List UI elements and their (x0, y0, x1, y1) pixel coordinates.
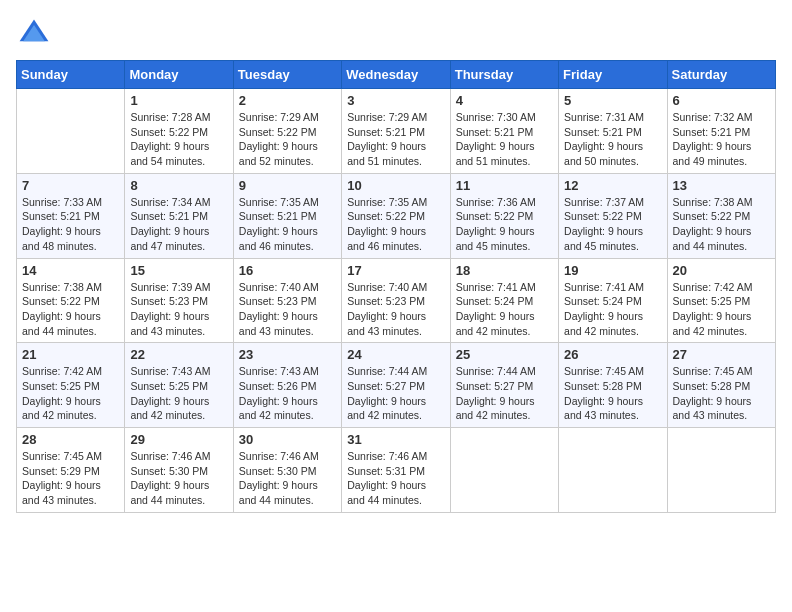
calendar-cell: 23Sunrise: 7:43 AMSunset: 5:26 PMDayligh… (233, 343, 341, 428)
day-info: Sunrise: 7:42 AMSunset: 5:25 PMDaylight:… (22, 364, 119, 423)
day-number: 6 (673, 93, 770, 108)
calendar-cell: 26Sunrise: 7:45 AMSunset: 5:28 PMDayligh… (559, 343, 667, 428)
day-info: Sunrise: 7:41 AMSunset: 5:24 PMDaylight:… (564, 280, 661, 339)
day-number: 14 (22, 263, 119, 278)
day-number: 18 (456, 263, 553, 278)
day-number: 21 (22, 347, 119, 362)
calendar-cell: 17Sunrise: 7:40 AMSunset: 5:23 PMDayligh… (342, 258, 450, 343)
calendar-cell: 5Sunrise: 7:31 AMSunset: 5:21 PMDaylight… (559, 89, 667, 174)
day-info: Sunrise: 7:40 AMSunset: 5:23 PMDaylight:… (347, 280, 444, 339)
day-header: Monday (125, 61, 233, 89)
day-info: Sunrise: 7:41 AMSunset: 5:24 PMDaylight:… (456, 280, 553, 339)
day-number: 1 (130, 93, 227, 108)
calendar-cell (17, 89, 125, 174)
calendar-cell: 3Sunrise: 7:29 AMSunset: 5:21 PMDaylight… (342, 89, 450, 174)
calendar-cell: 4Sunrise: 7:30 AMSunset: 5:21 PMDaylight… (450, 89, 558, 174)
day-info: Sunrise: 7:45 AMSunset: 5:28 PMDaylight:… (673, 364, 770, 423)
day-number: 24 (347, 347, 444, 362)
day-info: Sunrise: 7:46 AMSunset: 5:30 PMDaylight:… (239, 449, 336, 508)
day-number: 19 (564, 263, 661, 278)
calendar: SundayMondayTuesdayWednesdayThursdayFrid… (16, 60, 776, 513)
day-number: 13 (673, 178, 770, 193)
calendar-cell: 21Sunrise: 7:42 AMSunset: 5:25 PMDayligh… (17, 343, 125, 428)
day-info: Sunrise: 7:45 AMSunset: 5:29 PMDaylight:… (22, 449, 119, 508)
day-info: Sunrise: 7:36 AMSunset: 5:22 PMDaylight:… (456, 195, 553, 254)
day-number: 27 (673, 347, 770, 362)
day-number: 15 (130, 263, 227, 278)
calendar-cell: 1Sunrise: 7:28 AMSunset: 5:22 PMDaylight… (125, 89, 233, 174)
day-info: Sunrise: 7:37 AMSunset: 5:22 PMDaylight:… (564, 195, 661, 254)
day-header: Friday (559, 61, 667, 89)
day-number: 28 (22, 432, 119, 447)
calendar-cell: 7Sunrise: 7:33 AMSunset: 5:21 PMDaylight… (17, 173, 125, 258)
calendar-cell: 16Sunrise: 7:40 AMSunset: 5:23 PMDayligh… (233, 258, 341, 343)
day-info: Sunrise: 7:43 AMSunset: 5:25 PMDaylight:… (130, 364, 227, 423)
calendar-cell: 31Sunrise: 7:46 AMSunset: 5:31 PMDayligh… (342, 428, 450, 513)
day-info: Sunrise: 7:29 AMSunset: 5:22 PMDaylight:… (239, 110, 336, 169)
day-info: Sunrise: 7:38 AMSunset: 5:22 PMDaylight:… (673, 195, 770, 254)
calendar-cell: 13Sunrise: 7:38 AMSunset: 5:22 PMDayligh… (667, 173, 775, 258)
day-number: 26 (564, 347, 661, 362)
day-info: Sunrise: 7:39 AMSunset: 5:23 PMDaylight:… (130, 280, 227, 339)
logo (16, 16, 58, 52)
calendar-cell: 29Sunrise: 7:46 AMSunset: 5:30 PMDayligh… (125, 428, 233, 513)
calendar-cell: 28Sunrise: 7:45 AMSunset: 5:29 PMDayligh… (17, 428, 125, 513)
calendar-cell: 14Sunrise: 7:38 AMSunset: 5:22 PMDayligh… (17, 258, 125, 343)
day-number: 8 (130, 178, 227, 193)
calendar-header-row: SundayMondayTuesdayWednesdayThursdayFrid… (17, 61, 776, 89)
day-number: 23 (239, 347, 336, 362)
calendar-cell: 27Sunrise: 7:45 AMSunset: 5:28 PMDayligh… (667, 343, 775, 428)
calendar-cell: 6Sunrise: 7:32 AMSunset: 5:21 PMDaylight… (667, 89, 775, 174)
day-info: Sunrise: 7:44 AMSunset: 5:27 PMDaylight:… (347, 364, 444, 423)
calendar-week-row: 14Sunrise: 7:38 AMSunset: 5:22 PMDayligh… (17, 258, 776, 343)
calendar-cell: 11Sunrise: 7:36 AMSunset: 5:22 PMDayligh… (450, 173, 558, 258)
day-number: 30 (239, 432, 336, 447)
day-info: Sunrise: 7:43 AMSunset: 5:26 PMDaylight:… (239, 364, 336, 423)
day-info: Sunrise: 7:46 AMSunset: 5:30 PMDaylight:… (130, 449, 227, 508)
calendar-cell: 19Sunrise: 7:41 AMSunset: 5:24 PMDayligh… (559, 258, 667, 343)
calendar-cell: 2Sunrise: 7:29 AMSunset: 5:22 PMDaylight… (233, 89, 341, 174)
calendar-cell: 8Sunrise: 7:34 AMSunset: 5:21 PMDaylight… (125, 173, 233, 258)
calendar-cell: 15Sunrise: 7:39 AMSunset: 5:23 PMDayligh… (125, 258, 233, 343)
day-number: 4 (456, 93, 553, 108)
day-number: 12 (564, 178, 661, 193)
day-number: 17 (347, 263, 444, 278)
day-info: Sunrise: 7:38 AMSunset: 5:22 PMDaylight:… (22, 280, 119, 339)
header (16, 16, 776, 52)
day-header: Sunday (17, 61, 125, 89)
calendar-cell (559, 428, 667, 513)
calendar-cell: 18Sunrise: 7:41 AMSunset: 5:24 PMDayligh… (450, 258, 558, 343)
day-header: Thursday (450, 61, 558, 89)
calendar-cell: 25Sunrise: 7:44 AMSunset: 5:27 PMDayligh… (450, 343, 558, 428)
day-number: 11 (456, 178, 553, 193)
day-info: Sunrise: 7:35 AMSunset: 5:21 PMDaylight:… (239, 195, 336, 254)
calendar-cell: 12Sunrise: 7:37 AMSunset: 5:22 PMDayligh… (559, 173, 667, 258)
day-info: Sunrise: 7:33 AMSunset: 5:21 PMDaylight:… (22, 195, 119, 254)
logo-icon (16, 16, 52, 52)
calendar-week-row: 21Sunrise: 7:42 AMSunset: 5:25 PMDayligh… (17, 343, 776, 428)
day-number: 5 (564, 93, 661, 108)
day-number: 29 (130, 432, 227, 447)
day-info: Sunrise: 7:30 AMSunset: 5:21 PMDaylight:… (456, 110, 553, 169)
calendar-cell: 9Sunrise: 7:35 AMSunset: 5:21 PMDaylight… (233, 173, 341, 258)
day-info: Sunrise: 7:40 AMSunset: 5:23 PMDaylight:… (239, 280, 336, 339)
calendar-cell: 30Sunrise: 7:46 AMSunset: 5:30 PMDayligh… (233, 428, 341, 513)
day-header: Saturday (667, 61, 775, 89)
day-info: Sunrise: 7:31 AMSunset: 5:21 PMDaylight:… (564, 110, 661, 169)
calendar-cell: 22Sunrise: 7:43 AMSunset: 5:25 PMDayligh… (125, 343, 233, 428)
calendar-week-row: 1Sunrise: 7:28 AMSunset: 5:22 PMDaylight… (17, 89, 776, 174)
day-info: Sunrise: 7:35 AMSunset: 5:22 PMDaylight:… (347, 195, 444, 254)
day-number: 25 (456, 347, 553, 362)
calendar-cell (450, 428, 558, 513)
day-number: 2 (239, 93, 336, 108)
day-info: Sunrise: 7:32 AMSunset: 5:21 PMDaylight:… (673, 110, 770, 169)
day-info: Sunrise: 7:45 AMSunset: 5:28 PMDaylight:… (564, 364, 661, 423)
day-info: Sunrise: 7:44 AMSunset: 5:27 PMDaylight:… (456, 364, 553, 423)
day-number: 31 (347, 432, 444, 447)
calendar-week-row: 28Sunrise: 7:45 AMSunset: 5:29 PMDayligh… (17, 428, 776, 513)
day-number: 3 (347, 93, 444, 108)
day-number: 10 (347, 178, 444, 193)
day-number: 7 (22, 178, 119, 193)
day-info: Sunrise: 7:34 AMSunset: 5:21 PMDaylight:… (130, 195, 227, 254)
calendar-week-row: 7Sunrise: 7:33 AMSunset: 5:21 PMDaylight… (17, 173, 776, 258)
